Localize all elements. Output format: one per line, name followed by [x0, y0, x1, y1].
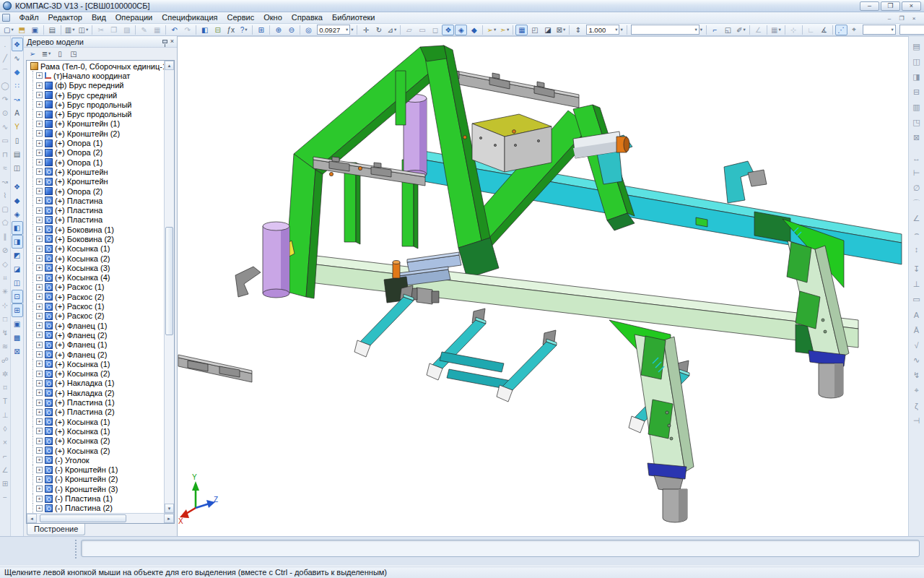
hidden-lines-thin-button[interactable]: ◻: [429, 25, 441, 35]
dash-tool-button[interactable]: −: [0, 491, 10, 504]
local-cs-button[interactable]: ⌐: [709, 25, 721, 35]
expand-box[interactable]: +: [36, 150, 43, 156]
polygon-tool-button[interactable]: ⬠: [0, 216, 10, 230]
expand-box[interactable]: +: [36, 246, 43, 252]
expand-box[interactable]: +: [36, 476, 43, 483]
arc-by-points-tool-button[interactable]: ↷: [0, 92, 10, 106]
perspective-button[interactable]: ◆: [468, 25, 480, 35]
scroll-left-icon[interactable]: ◄: [27, 514, 37, 523]
tree-vertical-scrollbar[interactable]: ▲ ▼: [164, 61, 174, 513]
hide-components-button[interactable]: ⊠ ▾: [554, 25, 567, 35]
loft-boss-button[interactable]: ◈: [12, 207, 23, 221]
associative-view-button[interactable]: ▤: [910, 39, 923, 54]
line-tool-button[interactable]: ╱: [0, 51, 10, 65]
points-array-button[interactable]: ∷: [12, 79, 23, 92]
text-label-button[interactable]: A: [910, 307, 923, 322]
insert-fragment-button[interactable]: ◫ ▾: [77, 25, 90, 35]
spatial-curve-button[interactable]: ↝: [12, 92, 23, 106]
expand-box[interactable]: +: [36, 342, 43, 348]
star-tool-button[interactable]: ✳: [0, 285, 10, 298]
menu-view[interactable]: Вид: [87, 12, 110, 23]
cut-button[interactable]: ✂: [95, 25, 107, 35]
fillet-button[interactable]: ◪: [12, 262, 23, 276]
specification-button[interactable]: ▯: [12, 134, 23, 147]
ortho-button[interactable]: ∟: [805, 25, 817, 35]
detail-view-button[interactable]: ⊟: [910, 85, 923, 100]
expand-box[interactable]: +: [36, 505, 43, 512]
menu-operations[interactable]: Операции: [110, 12, 157, 23]
expand-box[interactable]: +: [36, 284, 43, 290]
leader-button[interactable]: ↧: [910, 262, 923, 277]
erase-tool-button[interactable]: ×: [0, 436, 10, 449]
arc-tool-button[interactable]: ⌒: [0, 65, 10, 79]
expand-box[interactable]: +: [36, 130, 43, 137]
chamfer-button[interactable]: ◫: [12, 276, 23, 290]
expand-box[interactable]: +: [36, 428, 43, 434]
new-document-button[interactable]: ▢ ▾: [2, 25, 15, 35]
auto-dimension-button[interactable]: ↔: [910, 150, 923, 165]
preview-button[interactable]: ▥ ▾: [64, 25, 77, 35]
center-marker-button[interactable]: ⌖: [910, 383, 923, 398]
diameter-dimension-button[interactable]: ∅: [910, 181, 923, 196]
surface-tool-button[interactable]: ◆: [12, 65, 23, 79]
simplified-display-button[interactable]: ▦: [515, 25, 528, 35]
menu-specification[interactable]: Спецификация: [157, 12, 222, 23]
shell-button[interactable]: ▣: [12, 317, 23, 331]
break-tool-button[interactable]: ↯: [0, 326, 10, 340]
toolbar-combo-box[interactable]: ▾: [631, 25, 699, 35]
expand-box[interactable]: +: [36, 496, 43, 502]
expand-box[interactable]: +: [36, 72, 43, 79]
local-view-button[interactable]: ▥: [910, 100, 923, 115]
expand-box[interactable]: +: [36, 82, 43, 89]
save-button[interactable]: ▣: [29, 25, 41, 35]
expand-box[interactable]: +: [36, 197, 43, 204]
roughness-button[interactable]: ∿: [910, 353, 923, 368]
expand-box[interactable]: +: [36, 207, 43, 214]
scroll-up-icon[interactable]: ▲: [165, 61, 174, 70]
wave-tool-button[interactable]: ≈: [0, 161, 10, 175]
pattern-button[interactable]: ▩: [12, 331, 23, 345]
expand-box[interactable]: +: [36, 322, 43, 329]
minimize-button[interactable]: –: [860, 1, 879, 11]
trim-tool-button[interactable]: ⊘: [0, 243, 10, 257]
angle-dimension-button[interactable]: ∠: [910, 211, 923, 226]
open-button[interactable]: ⬒: [16, 25, 28, 35]
toolbar-combo-box[interactable]: ▾: [899, 25, 924, 35]
zoom-in-button[interactable]: ⊕: [272, 25, 284, 35]
model-teal-bracket-right[interactable]: [724, 161, 754, 203]
grid-button[interactable]: ▦ ▾: [770, 25, 783, 35]
zoom-out-button[interactable]: ⊖: [285, 25, 297, 35]
zoom-window-button[interactable]: ⊞: [255, 25, 267, 35]
section-display-button[interactable]: ◪: [541, 25, 554, 35]
variables-window-button[interactable]: ◧: [199, 25, 211, 35]
parallel-tool-button[interactable]: ∥: [0, 230, 10, 243]
mirror-button[interactable]: ⊠: [12, 345, 23, 358]
undo-button[interactable]: ↶: [168, 25, 180, 35]
wavy-line-button[interactable]: ζ: [910, 398, 923, 413]
scroll-right-icon[interactable]: ►: [164, 514, 174, 523]
point-tool-button[interactable]: .: [0, 38, 10, 51]
rotate-button[interactable]: ↻: [372, 25, 385, 35]
rounding-button[interactable]: ∡: [818, 25, 830, 35]
paste-button[interactable]: ▨: [121, 25, 133, 35]
hidden-lines-button[interactable]: ▭: [416, 25, 428, 35]
toolbar-combo-box[interactable]: ▾: [863, 25, 896, 35]
surface-finish-button[interactable]: √: [910, 337, 923, 353]
rectangle-tool-button[interactable]: ▭: [0, 134, 10, 147]
annotation-button[interactable]: A: [12, 106, 23, 120]
expand-box[interactable]: +: [36, 293, 43, 300]
rib-button[interactable]: ⊞: [12, 303, 23, 317]
scroll-down-icon[interactable]: ▼: [165, 504, 174, 513]
close-icon[interactable]: ×: [170, 38, 174, 45]
grid-tool-button[interactable]: ⊞: [0, 477, 10, 491]
expand-box[interactable]: +: [36, 264, 43, 271]
linear-dimension-button[interactable]: ⊢: [910, 165, 923, 181]
edit-component-button[interactable]: ❖: [12, 38, 23, 51]
mark-tool-button[interactable]: ⌑: [0, 381, 10, 394]
view-arrow-button[interactable]: ⊠: [910, 130, 923, 145]
expand-box[interactable]: +: [36, 438, 43, 444]
wireframe-button[interactable]: ▱: [403, 25, 415, 35]
revolve-cut-button[interactable]: ◩: [12, 249, 23, 262]
model-cylinder-big[interactable]: [263, 222, 289, 298]
expand-box[interactable]: +: [36, 275, 43, 281]
